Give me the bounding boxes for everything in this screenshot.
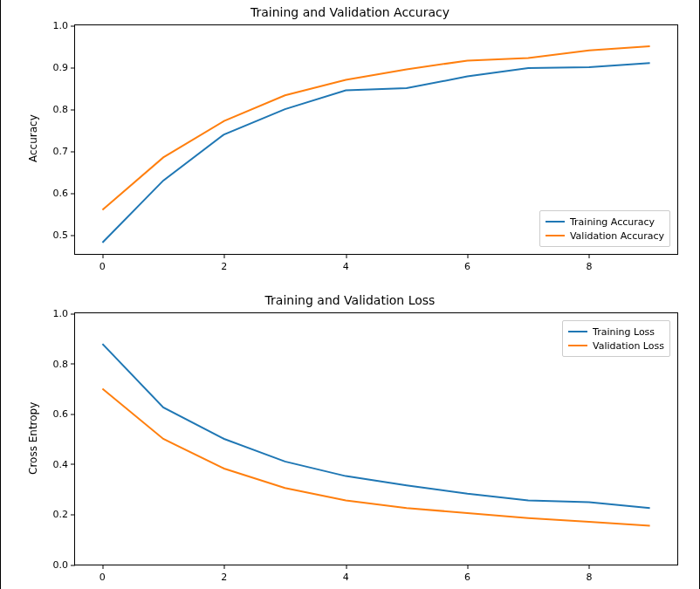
figure: Training and Validation Accuracy Trainin… (0, 0, 700, 589)
y-tick: 0.8 (53, 104, 76, 115)
chart-title: Training and Validation Accuracy (1, 5, 699, 19)
legend-accuracy: Training AccuracyValidation Accuracy (539, 210, 670, 247)
y-tick: 0.4 (53, 458, 76, 469)
x-tick: 4 (343, 565, 349, 583)
chart-title: Training and Validation Loss (1, 293, 699, 307)
x-tick: 2 (221, 565, 227, 583)
x-tick: 4 (343, 254, 349, 272)
legend-item: Validation Loss (568, 339, 664, 353)
subplot-loss: Training and Validation Loss Training Lo… (1, 288, 699, 589)
legend-label: Training Loss (593, 326, 655, 338)
y-tick: 0.7 (53, 146, 76, 157)
legend-swatch (568, 345, 587, 346)
series-line (102, 388, 649, 525)
y-tick: 0.6 (53, 408, 76, 420)
y-axis-label: Cross Entropy (27, 402, 39, 475)
legend-swatch (568, 331, 587, 332)
legend-swatch (546, 221, 565, 223)
x-tick: 8 (586, 254, 592, 272)
x-tick: 6 (464, 254, 470, 272)
subplot-accuracy: Training and Validation Accuracy Trainin… (1, 0, 699, 288)
legend-item: Training Loss (568, 325, 664, 339)
legend-label: Validation Accuracy (570, 230, 664, 242)
series-line (102, 46, 649, 210)
y-tick: 0.8 (53, 358, 76, 369)
y-tick: 0.5 (53, 229, 76, 241)
legend-swatch (546, 235, 565, 236)
x-tick: 2 (221, 254, 227, 272)
legend-item: Training Accuracy (546, 215, 664, 229)
y-tick: 0.0 (53, 559, 76, 571)
x-tick: 8 (586, 565, 592, 583)
y-tick: 1.0 (53, 308, 76, 319)
plot-area-accuracy: Training AccuracyValidation Accuracy 0.5… (74, 24, 678, 255)
y-axis-label: Accuracy (27, 114, 39, 162)
legend-label: Validation Loss (593, 340, 664, 352)
y-tick: 1.0 (53, 20, 76, 31)
legend-loss: Training LossValidation Loss (562, 320, 670, 357)
y-tick: 0.6 (53, 188, 76, 199)
x-tick: 0 (100, 565, 106, 583)
legend-item: Validation Accuracy (546, 229, 664, 243)
legend-label: Training Accuracy (570, 216, 655, 228)
x-tick: 0 (100, 254, 106, 272)
y-tick: 0.2 (53, 509, 76, 520)
plot-area-loss: Training LossValidation Loss 0.00.20.40.… (74, 312, 678, 565)
x-tick: 6 (464, 565, 470, 583)
y-tick: 0.9 (53, 62, 76, 73)
series-line (102, 344, 649, 508)
